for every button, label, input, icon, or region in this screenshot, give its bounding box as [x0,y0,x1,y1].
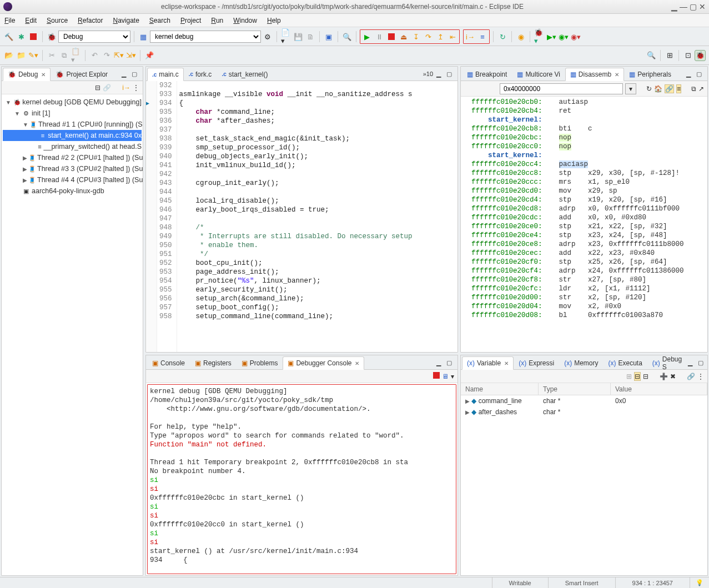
open-new-icon[interactable]: ⧉ [691,85,696,93]
tree-item[interactable]: ▼🐞kernel debug [GDB QEMU Debugging] [3,97,142,108]
disconnect-icon[interactable]: ⏏ [398,31,409,42]
disassembly-view[interactable]: ffffffc010e20cb0: autiasp ffffffc010e20c… [461,97,707,352]
step-over-icon[interactable]: ↷ [423,31,434,42]
console-menu-icon[interactable]: ▾ [451,373,454,380]
edit-icon[interactable]: ✎▾ [28,50,39,61]
step-into-icon[interactable]: ↧ [410,31,421,42]
show-type-icon[interactable]: ⊞ [626,373,632,380]
collapse-vars-icon[interactable]: ⊟ [643,373,648,380]
drop-to-frame-icon[interactable]: ⇤ [447,31,458,42]
address-input[interactable] [500,83,623,94]
stop-build-icon[interactable] [28,31,39,42]
debug-tree[interactable]: ▼🐞kernel debug [GDB QEMU Debugging]▼⚙ini… [2,94,143,575]
tab-variable[interactable]: (x)Variable✕ [462,356,514,370]
restore-icon[interactable]: — [680,2,687,11]
run-dropdown-icon[interactable]: ▶▾ [546,31,557,42]
save-all-icon[interactable]: 🗎 [305,31,316,42]
close-icon[interactable]: ✕ [699,2,706,11]
pin-editor-icon[interactable]: 📌 [144,50,155,61]
maximize-icon[interactable]: ▢ [690,2,697,11]
col-name[interactable]: Name [461,383,539,395]
tree-item[interactable]: ≡__primary_switched() at head.S [3,141,142,152]
persp-debug-icon[interactable]: 🐞 [695,50,706,61]
quick-access-icon[interactable]: 🔍 [646,50,657,61]
menu-file[interactable]: File [4,17,15,24]
toggle-source-icon[interactable]: ≡ [676,84,681,93]
nav-fwd-icon[interactable]: ↷ [101,50,112,61]
persp-cpp-icon[interactable]: ⊡ [682,50,693,61]
debug-dropdown-icon[interactable]: 🐞▾ [534,31,545,42]
variables-body[interactable]: ▶ ◆ command_linechar *0x0▶ ◆ after_dashe… [461,395,707,575]
tab-start_kernel()[interactable]: .cstart_kernel() [217,67,273,81]
terminate-console-icon[interactable] [433,372,440,380]
link-icon[interactable]: 🔗 [103,84,111,92]
tree-item[interactable]: ▶🧵Thread #2 2 (CPU#1 [halted ]) (Su [3,152,142,163]
tab-memory[interactable]: (x)Memory [559,356,603,369]
view-menu-icon[interactable]: ⋮ [133,84,139,92]
close-tab-icon[interactable]: ✕ [41,72,46,78]
open-project-icon[interactable]: 📂 [3,50,14,61]
maximize-console-icon[interactable]: ▢ [446,359,455,368]
tab-disassemb[interactable]: ▦Disassemb✕ [565,68,624,81]
open-perspective-icon[interactable]: ⊞ [664,50,675,61]
col-value[interactable]: Value [611,383,707,395]
build-icon[interactable]: ✱ [16,31,27,42]
maximize-vars-icon[interactable]: ▢ [698,359,707,368]
tree-item[interactable]: ▶🧵Thread #3 3 (CPU#2 [halted ]) (Su [3,163,142,174]
step-filters-icon[interactable]: i→ [122,84,130,92]
address-dropdown-icon[interactable]: ▾ [625,83,636,94]
menu-edit[interactable]: Edit [25,17,37,24]
suspend-icon[interactable]: ⏸ [374,31,385,42]
tab-debugger-console[interactable]: ▣Debugger Console✕ [283,356,364,370]
menu-search[interactable]: Search [149,17,170,24]
close-tab-icon[interactable]: ✕ [355,360,359,366]
terminate-icon[interactable] [386,31,397,42]
maximize-pane-icon[interactable]: ▢ [132,71,140,79]
maximize-disasm-icon[interactable]: ▢ [696,71,705,79]
tab-problems[interactable]: ▣Problems [237,356,283,369]
minimize-icon[interactable]: ▁ [671,2,677,11]
tab-console[interactable]: ▣Console [147,356,190,369]
debug-persp-icon[interactable]: 🐞 [46,31,57,42]
tab-registers[interactable]: ▣Registers [190,356,237,369]
launch-config-icon[interactable]: ⚙ [262,31,273,42]
collapse-all-icon[interactable]: ⊟ [95,84,100,92]
menu-project[interactable]: Project [180,17,201,24]
instruction-step-icon[interactable]: i→ [465,31,476,42]
minimize-pane-icon[interactable]: ▁ [122,71,130,79]
tab-project-explor[interactable]: 🐞Project Explor [51,67,113,81]
add-watch-icon[interactable]: ➕ [660,373,668,380]
tree-item[interactable]: ▣aarch64-poky-linux-gdb [3,185,142,197]
export-icon[interactable]: ↗ [698,85,704,93]
next-ann-icon[interactable]: ⇲▾ [125,50,137,61]
show-logical-icon[interactable]: ⊟ [634,372,641,381]
new-icon[interactable]: 📄▾ [280,31,291,42]
display-console-icon[interactable]: 🖥 [442,373,449,380]
tree-item[interactable]: ▼⚙init [1] [3,108,142,119]
restart-icon[interactable]: ↻ [497,31,508,42]
tree-item[interactable]: ▼🧵Thread #1 1 (CPU#0 [running]) (S [3,119,142,130]
minimize-editor-icon[interactable]: ▁ [436,71,445,79]
coverage-dropdown-icon[interactable]: ◉▾ [558,31,569,42]
tab-breakpoint[interactable]: ▦Breakpoint [462,67,512,81]
copy-icon[interactable]: ⧉ [58,50,69,61]
last-edit-icon[interactable]: ⇱▾ [113,50,124,61]
remove-watch-icon[interactable]: ✖ [670,373,676,380]
vars-menu-icon[interactable]: ⋮ [697,373,704,380]
build-hammer-icon[interactable]: 🔨 [3,31,14,42]
tab-debug-s[interactable]: (x)Debug S [647,356,687,369]
home-disasm-icon[interactable]: 🏠 [654,85,662,93]
step-return-icon[interactable]: ↥ [435,31,446,42]
menu-window[interactable]: Window [233,17,257,24]
open-folder-icon[interactable]: 📁 [16,50,27,61]
menu-source[interactable]: Source [47,17,68,24]
bulb-icon[interactable]: 💡 [696,579,703,586]
search-icon[interactable]: 🔍 [341,31,353,42]
link-disasm-icon[interactable]: 🔗 [665,84,674,93]
profile-dropdown-icon[interactable]: ◉▾ [570,31,581,42]
launch-icon[interactable]: ▦ [138,31,149,42]
tab-peripherals[interactable]: ▦Peripherals [624,67,676,81]
nav-back-icon[interactable]: ↶ [89,50,100,61]
tab-executa[interactable]: (x)Executa [604,356,647,369]
tree-item[interactable]: ≡start_kernel() at main.c:934 0x [3,130,142,141]
